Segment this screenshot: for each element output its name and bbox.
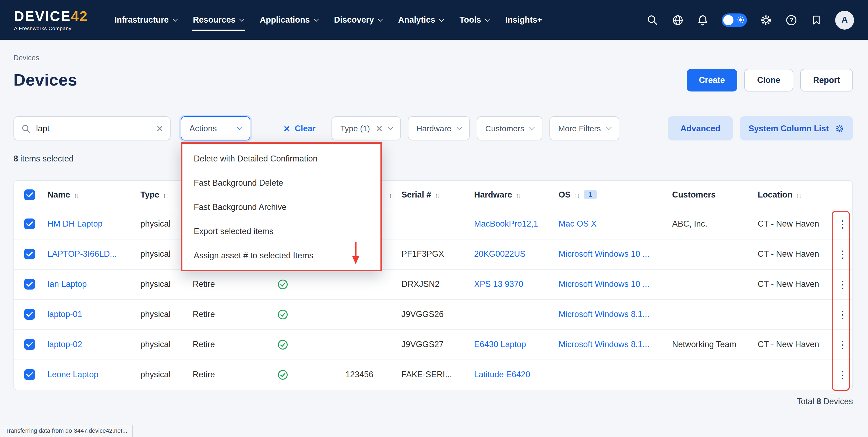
type-cell: physical [141, 360, 193, 389]
globe-icon[interactable] [671, 13, 684, 26]
os-link[interactable]: Microsoft Windows 10 ... [559, 249, 650, 258]
filter-dropdown-customers[interactable]: Customers [477, 116, 543, 141]
help-icon[interactable]: ? [784, 13, 798, 26]
type-cell: physical [141, 299, 193, 330]
actions-menu-item-delete-with-detailed-confirmation[interactable]: Delete with Detailed Confirmation [182, 146, 380, 170]
search-box[interactable]: × [13, 116, 170, 141]
sort-icon[interactable]: ↑↓ [575, 192, 579, 198]
row-actions-kebab[interactable]: ⋮ [833, 278, 852, 290]
os-link[interactable]: Mac OS X [559, 219, 596, 228]
filter-dropdown-label: Customers [486, 124, 524, 133]
clear-filter-icon[interactable]: × [376, 123, 382, 134]
os-link[interactable]: Microsoft Windows 8.1... [559, 340, 650, 349]
nav-item-resources[interactable]: Resources [193, 0, 244, 40]
column-header-os[interactable]: OS↑↓1 [559, 181, 672, 209]
serial-number: J9VGGS27 [401, 340, 444, 349]
device-row-laptop-3i66ld: LAPTOP-3I66LD...physicalPF1F3PGX20KG0022… [14, 239, 854, 269]
device-name-link[interactable]: LAPTOP-3I66LD... [48, 249, 117, 258]
create-button[interactable]: Create [686, 69, 737, 92]
filter-dropdown-hardware[interactable]: Hardware [408, 116, 470, 141]
location-cell [758, 299, 832, 330]
filter-dropdown-type-1[interactable]: Type (1)× [332, 116, 401, 141]
chevron-down-icon [237, 125, 242, 130]
row-checkbox[interactable] [24, 339, 35, 350]
os-link[interactable]: Microsoft Windows 8.1... [559, 309, 650, 319]
actions-menu: Delete with Detailed ConfirmationFast Ba… [181, 142, 382, 271]
report-button[interactable]: Report [800, 69, 853, 92]
check-icon [26, 372, 33, 377]
row-actions-kebab[interactable]: ⋮ [833, 369, 852, 381]
user-avatar[interactable]: A [835, 10, 854, 29]
serial-number-cell: PF1F3PGX [401, 239, 474, 269]
bell-icon[interactable] [696, 13, 709, 26]
nav-item-insights[interactable]: Insights+ [505, 0, 542, 40]
hardware-link[interactable]: 20KG0022US [474, 249, 525, 258]
hardware-link[interactable]: E6430 Laptop [474, 340, 526, 349]
sort-icon[interactable]: ↑↓ [74, 192, 79, 198]
gear-icon[interactable] [759, 13, 772, 26]
bookmark-icon[interactable] [810, 13, 823, 26]
row-checkbox[interactable] [24, 218, 35, 229]
selected-count: 8 [13, 154, 18, 163]
device-row-ian-laptop: Ian LaptopphysicalRetireDRXJSN2XPS 13 93… [14, 269, 854, 299]
sort-icon[interactable]: ↑↓ [796, 192, 801, 198]
hardware-cell: MacBookPro12,1 [474, 209, 559, 239]
row-actions-kebab[interactable]: ⋮ [833, 248, 852, 260]
select-all-checkbox[interactable] [24, 189, 35, 200]
service-level: Retire [193, 370, 215, 379]
os-cell: Microsoft Windows 8.1... [559, 299, 672, 330]
actions-menu-item-fast-background-archive[interactable]: Fast Background Archive [182, 195, 380, 219]
search-input[interactable] [36, 124, 151, 133]
clear-search-icon[interactable]: × [156, 123, 163, 134]
nav-item-infrastructure[interactable]: Infrastructure [114, 0, 177, 40]
os-link[interactable]: Microsoft Windows 10 ... [559, 279, 650, 288]
device-name-link[interactable]: Leone Laptop [48, 370, 98, 379]
actions-menu-item-export-selected-items[interactable]: Export selected items [182, 219, 380, 243]
device-name-link[interactable]: Ian Laptop [48, 279, 87, 288]
search-icon[interactable] [646, 13, 659, 26]
nav-item-analytics[interactable]: Analytics [398, 0, 443, 40]
column-header-hardware[interactable]: Hardware↑↓ [474, 181, 559, 209]
app-root: DEVICE42 A Freshworks Company Infrastruc… [0, 0, 868, 437]
column-header-serial[interactable]: Serial #↑↓ [401, 181, 474, 209]
hardware-link[interactable]: Latitude E6420 [474, 370, 530, 379]
sort-icon[interactable]: ↑↓ [389, 192, 394, 198]
row-actions-kebab[interactable]: ⋮ [833, 338, 852, 351]
device42-logo[interactable]: DEVICE42 A Freshworks Company [14, 9, 88, 31]
device-name-link[interactable]: laptop-02 [48, 340, 82, 349]
nav-item-applications[interactable]: Applications [260, 0, 318, 40]
row-actions-kebab[interactable]: ⋮ [833, 308, 852, 320]
location-cell: CT - New Haven [758, 239, 832, 269]
row-checkbox[interactable] [24, 309, 35, 320]
column-label: Name [48, 190, 70, 199]
row-actions-kebab[interactable]: ⋮ [833, 218, 852, 230]
os-cell [559, 360, 672, 389]
filter-dropdown-more-filters[interactable]: More Filters [550, 116, 619, 141]
sort-icon[interactable]: ↑↓ [163, 192, 168, 198]
hardware-link[interactable]: XPS 13 9370 [474, 279, 523, 288]
column-header-name[interactable]: Name↑↓ [48, 181, 141, 209]
system-column-list-button[interactable]: System Column List [740, 116, 853, 141]
clear-filters-link[interactable]: × Clear [284, 123, 316, 134]
row-checkbox[interactable] [24, 249, 35, 259]
device-name-link[interactable]: laptop-01 [48, 309, 82, 319]
breadcrumb[interactable]: Devices [13, 40, 39, 62]
sort-icon[interactable]: ↑↓ [435, 192, 440, 198]
nav-item-discovery[interactable]: Discovery [334, 0, 382, 40]
column-label: Serial # [401, 190, 431, 199]
actions-menu-item-assign-asset-to-selected-items[interactable]: Assign asset # to selected Items [182, 243, 380, 268]
nav-item-tools[interactable]: Tools [460, 0, 489, 40]
actions-dropdown-button[interactable]: Actions [181, 116, 250, 141]
row-checkbox[interactable] [24, 370, 35, 380]
hardware-link[interactable]: MacBookPro12,1 [474, 219, 538, 228]
actions-menu-item-fast-background-delete[interactable]: Fast Background Delete [182, 170, 380, 195]
column-header-location[interactable]: Location↑↓ [758, 181, 832, 209]
theme-toggle[interactable] [722, 13, 747, 27]
advanced-button[interactable]: Advanced [668, 116, 733, 141]
sort-icon[interactable]: ↑↓ [516, 192, 521, 198]
logo-42-text: 42 [71, 9, 88, 23]
row-checkbox[interactable] [24, 279, 35, 289]
device-name-link[interactable]: HM DH Laptop [48, 219, 102, 228]
clone-button[interactable]: Clone [744, 69, 793, 92]
hardware-cell: 20KG0022US [474, 239, 559, 269]
